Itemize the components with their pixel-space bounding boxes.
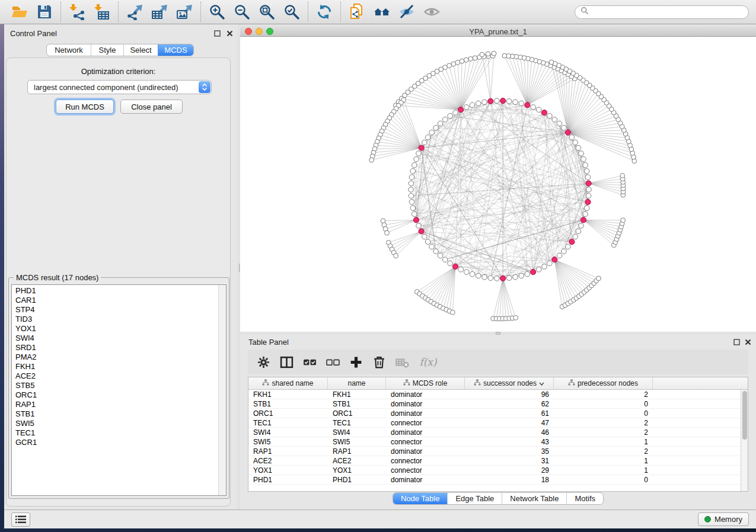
export-image-icon[interactable]: [176, 3, 193, 21]
cell-name: FKH1: [328, 390, 386, 399]
zoom-selected-icon[interactable]: [283, 3, 301, 21]
column-header-shared-name[interactable]: shared name: [248, 377, 328, 389]
zoom-in-icon[interactable]: [208, 3, 226, 21]
toolbar-group: [340, 2, 448, 22]
zoom-fit-icon[interactable]: [258, 3, 276, 21]
network-window-titlebar: YPA_prune.txt_1: [240, 27, 756, 37]
first-neighbors-icon[interactable]: [373, 3, 391, 21]
float-panel-icon[interactable]: [213, 29, 221, 37]
cell-shared-name: SWI4: [248, 428, 328, 437]
refresh-icon[interactable]: [315, 3, 333, 21]
result-list-scrollbar[interactable]: [218, 285, 226, 495]
close-panel-icon[interactable]: [744, 338, 752, 346]
cell-name: TEC1: [328, 419, 386, 427]
result-item[interactable]: SRD1: [12, 343, 226, 352]
control-panel-tabs: NetworkStyleSelectMCDS: [46, 44, 194, 56]
result-item[interactable]: SWI5: [12, 419, 226, 428]
result-item[interactable]: SWI4: [12, 334, 226, 343]
table-body: FKH1FKH1dominator962STB1STB1dominator620…: [248, 390, 748, 485]
open-file-icon[interactable]: [11, 3, 28, 21]
column-header-MCDS-role[interactable]: MCDS role: [386, 377, 465, 389]
cell-shared-name: RAP1: [248, 447, 328, 456]
cell-name: PHD1: [328, 476, 386, 484]
shared-column-icon: [568, 379, 575, 387]
search-input[interactable]: [592, 8, 743, 16]
network-graph: [240, 37, 756, 332]
run-mcds-button[interactable]: Run MCDS: [56, 100, 114, 114]
result-item[interactable]: STB1: [12, 409, 226, 419]
add-column-icon[interactable]: [349, 355, 363, 369]
column-header-name[interactable]: name: [328, 377, 386, 389]
table-row[interactable]: STB1STB1dominator620: [248, 399, 748, 409]
result-item[interactable]: ORC1: [12, 390, 226, 400]
close-panel-icon[interactable]: [225, 29, 234, 37]
column-label: predecessor nodes: [578, 379, 638, 387]
cell-predecessor-nodes: 1: [554, 457, 653, 465]
toolbar-group: [118, 2, 200, 22]
column-header-successor-nodes[interactable]: successor nodes: [465, 377, 554, 389]
scrollbar-thumb[interactable]: [742, 391, 747, 440]
table-row[interactable]: FKH1FKH1dominator962: [248, 390, 748, 399]
result-item[interactable]: ACE2: [12, 371, 226, 381]
table-row[interactable]: YOX1YOX1connector291: [248, 466, 748, 475]
result-item[interactable]: TEC1: [12, 428, 226, 438]
tab-network[interactable]: Network: [47, 44, 91, 56]
result-item[interactable]: PMA2: [12, 352, 226, 362]
search-box[interactable]: [575, 5, 749, 19]
result-item[interactable]: TID3: [12, 315, 226, 324]
table-row[interactable]: PHD1PHD1dominator180: [248, 475, 748, 485]
result-item[interactable]: YOX1: [12, 324, 226, 334]
shared-column-icon: [474, 379, 481, 387]
task-history-button[interactable]: [11, 512, 30, 527]
tab-node-table[interactable]: Node Table: [393, 493, 448, 504]
tab-motifs[interactable]: Motifs: [566, 493, 603, 504]
result-item[interactable]: RAP1: [12, 400, 226, 409]
clone-network-icon[interactable]: [348, 3, 366, 21]
select-all-icon[interactable]: [302, 355, 317, 369]
cell-MCDS-role: dominator: [386, 409, 465, 418]
toggle-panel-icon[interactable]: [279, 355, 294, 369]
table-scrollbar: [741, 390, 748, 491]
main-area: Control Panel NetworkStyleSelectMCDS Opt…: [4, 24, 756, 509]
tab-edge-table[interactable]: Edge Table: [447, 493, 502, 504]
result-item[interactable]: CAR1: [12, 296, 226, 305]
cell-shared-name: TEC1: [248, 419, 328, 427]
save-session-icon[interactable]: [36, 3, 53, 21]
hide-selected-icon[interactable]: [398, 3, 416, 21]
table-row[interactable]: SWI4SWI4dominator462: [248, 428, 748, 437]
float-panel-icon[interactable]: [732, 338, 741, 346]
result-item[interactable]: GCR1: [12, 438, 226, 447]
memory-button[interactable]: Memory: [698, 512, 749, 526]
column-header-predecessor-nodes[interactable]: predecessor nodes: [554, 377, 653, 389]
tab-network-table[interactable]: Network Table: [502, 493, 566, 504]
cell-successor-nodes: 31: [465, 457, 554, 465]
tab-mcds[interactable]: MCDS: [158, 44, 193, 56]
result-item[interactable]: STB5: [12, 381, 226, 390]
delete-column-icon[interactable]: [372, 355, 386, 369]
result-item[interactable]: FKH1: [12, 362, 226, 371]
close-panel-button[interactable]: Close panel: [120, 100, 183, 114]
criterion-dropdown[interactable]: largest connected component (undirected): [27, 80, 212, 94]
table-row[interactable]: ORC1ORC1dominator610: [248, 409, 748, 418]
result-item[interactable]: PHD1: [12, 285, 226, 296]
tab-select[interactable]: Select: [123, 44, 158, 56]
import-network-icon[interactable]: [68, 3, 86, 21]
table-row[interactable]: SWI5SWI5connector431: [248, 437, 748, 447]
table-row[interactable]: TEC1TEC1connector472: [248, 418, 748, 428]
zoom-out-icon[interactable]: [233, 3, 251, 21]
control-panel: Control Panel NetworkStyleSelectMCDS Opt…: [4, 24, 237, 509]
column-label: successor nodes: [483, 379, 537, 387]
settings-gear-icon[interactable]: [256, 355, 270, 369]
shared-column-icon: [262, 379, 269, 387]
network-canvas[interactable]: [240, 37, 756, 332]
deselect-all-icon[interactable]: [326, 355, 340, 369]
tab-style[interactable]: Style: [91, 44, 123, 56]
cell-successor-nodes: 61: [465, 409, 554, 418]
result-item[interactable]: STP4: [12, 305, 226, 315]
export-table-icon[interactable]: [151, 3, 168, 21]
export-network-icon[interactable]: [126, 3, 143, 21]
table-row[interactable]: ACE2ACE2connector311: [248, 456, 748, 466]
import-table-icon[interactable]: [93, 3, 111, 21]
table-row[interactable]: RAP1RAP1dominator352: [248, 447, 748, 456]
cell-MCDS-role: dominator: [386, 428, 465, 437]
